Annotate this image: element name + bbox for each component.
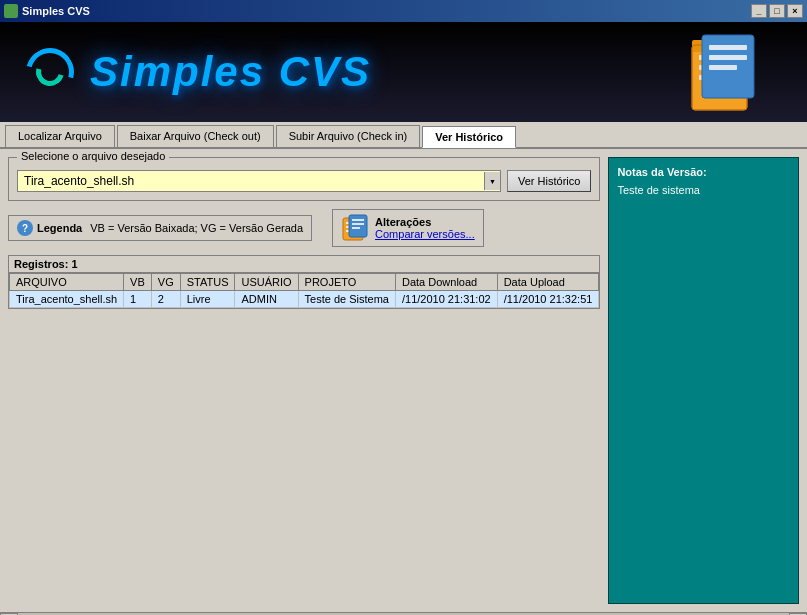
table-cell: /11/2010 21:31:02 — [395, 291, 497, 308]
svg-rect-17 — [352, 227, 360, 229]
table-cell: /11/2010 21:32:51 — [497, 291, 599, 308]
col-arquivo: ARQUIVO — [10, 274, 124, 291]
tab-subir[interactable]: Subir Arquivo (Check in) — [276, 125, 421, 147]
table-cell: 1 — [124, 291, 152, 308]
window-controls: _ □ × — [751, 4, 803, 18]
app-icon — [4, 4, 18, 18]
svg-rect-7 — [709, 45, 747, 50]
col-data-download: Data Download — [395, 274, 497, 291]
col-vb: VB — [124, 274, 152, 291]
logo-text: Simples CVS — [90, 48, 371, 96]
col-projeto: PROJETO — [298, 274, 395, 291]
file-select-row: Tira_acento_shell.sh Ver Histórico — [17, 170, 591, 192]
table-row[interactable]: Tira_acento_shell.sh12LivreADMINTeste de… — [10, 291, 599, 308]
records-table: ARQUIVO VB VG STATUS USUÁRIO PROJETO Dat… — [9, 273, 599, 308]
group-title: Selecione o arquivo desejado — [17, 150, 169, 162]
title-bar: Simples CVS _ □ × — [0, 0, 807, 22]
window-title: Simples CVS — [22, 5, 90, 17]
svg-rect-15 — [352, 219, 364, 221]
tab-baixar[interactable]: Baixar Arquivo (Check out) — [117, 125, 274, 147]
notes-title: Notas da Versão: — [617, 166, 790, 178]
file-selection-group: Selecione o arquivo desejado Tira_acento… — [8, 157, 600, 201]
legend-icon: ? — [17, 220, 33, 236]
close-button[interactable]: × — [787, 4, 803, 18]
alteracoes-icon — [341, 214, 369, 242]
maximize-button[interactable]: □ — [769, 4, 785, 18]
col-data-upload: Data Upload — [497, 274, 599, 291]
svg-rect-9 — [709, 65, 737, 70]
combo-dropdown-button[interactable] — [484, 172, 500, 190]
alteracoes-box: Alterações Comparar versões... — [332, 209, 484, 247]
logo-area: Simples CVS — [0, 22, 807, 122]
records-area: Registros: 1 ARQUIVO VB VG STATUS USUÁRI… — [8, 255, 600, 309]
logo-spinner-icon — [20, 42, 80, 102]
records-count: Registros: 1 — [9, 256, 599, 273]
minimize-button[interactable]: _ — [751, 4, 767, 18]
svg-rect-8 — [709, 55, 747, 60]
notes-panel: Notas da Versão: Teste de sistema — [608, 157, 799, 604]
table-cell: ADMIN — [235, 291, 298, 308]
svg-rect-14 — [349, 215, 367, 237]
table-header-row: ARQUIVO VB VG STATUS USUÁRIO PROJETO Dat… — [10, 274, 599, 291]
tab-ver-historico[interactable]: Ver Histórico — [422, 126, 516, 148]
ver-historico-button[interactable]: Ver Histórico — [507, 170, 591, 192]
legend-text: VB = Versão Baixada; VG = Versão Gerada — [90, 222, 303, 234]
table-cell: Livre — [180, 291, 235, 308]
main-content: Selecione o arquivo desejado Tira_acento… — [0, 149, 807, 612]
svg-rect-16 — [352, 223, 364, 225]
table-cell: 2 — [151, 291, 180, 308]
left-panel: Selecione o arquivo desejado Tira_acento… — [8, 157, 600, 604]
legend-title-label: Legenda — [37, 222, 82, 234]
col-status: STATUS — [180, 274, 235, 291]
comparar-versoes-link[interactable]: Comparar versões... — [375, 228, 475, 240]
table-container[interactable]: ARQUIVO VB VG STATUS USUÁRIO PROJETO Dat… — [9, 273, 599, 308]
legend-area: ? Legenda VB = Versão Baixada; VG = Vers… — [8, 209, 600, 247]
table-cell: Tira_acento_shell.sh — [10, 291, 124, 308]
selected-file-label: Tira_acento_shell.sh — [18, 171, 484, 191]
col-vg: VG — [151, 274, 180, 291]
alteracoes-title: Alterações — [375, 216, 475, 228]
tab-localizar[interactable]: Localizar Arquivo — [5, 125, 115, 147]
table-cell: Teste de Sistema — [298, 291, 395, 308]
alteracoes-content: Alterações Comparar versões... — [375, 216, 475, 240]
notes-content: Teste de sistema — [617, 184, 790, 196]
col-usuario: USUÁRIO — [235, 274, 298, 291]
legend-box: ? Legenda VB = Versão Baixada; VG = Vers… — [8, 215, 312, 241]
header-doc-icon — [687, 30, 757, 118]
nav-tabs: Localizar Arquivo Baixar Arquivo (Check … — [0, 122, 807, 149]
file-combo[interactable]: Tira_acento_shell.sh — [17, 170, 501, 192]
